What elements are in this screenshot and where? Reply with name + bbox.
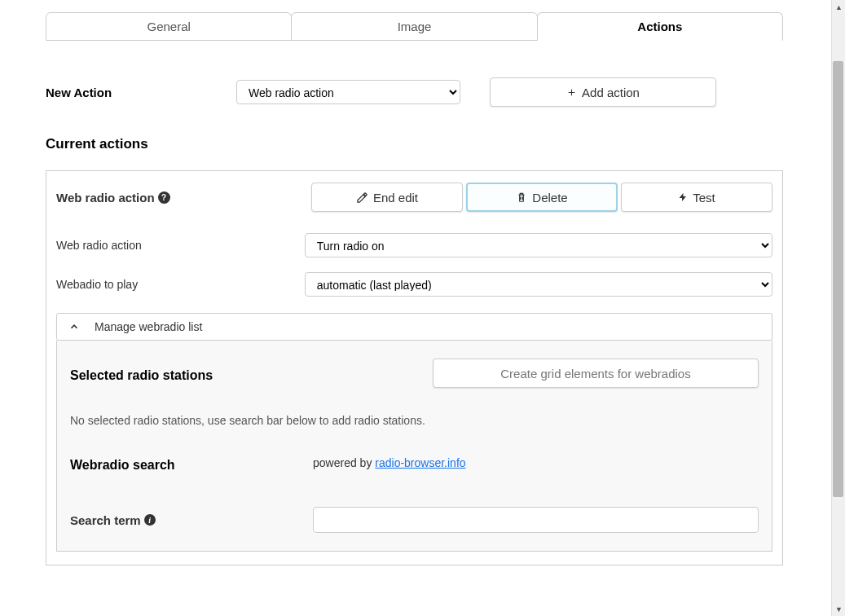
delete-button[interactable]: Delete [466,183,618,212]
current-actions-heading: Current actions [46,136,783,152]
add-action-button[interactable]: Add action [490,77,716,107]
end-edit-button[interactable]: End edit [311,183,463,212]
tab-image[interactable]: Image [291,12,537,41]
scroll-up-arrow[interactable]: ▲ [832,0,845,14]
add-action-button-label: Add action [582,86,640,99]
search-term-label: Search term i [70,513,313,527]
tabs-container: General Image Actions [46,12,783,41]
action-panel: Web radio action ? End edit Delete Test [46,170,783,565]
radio-browser-link[interactable]: radio-browser.info [375,456,465,469]
scroll-thumb[interactable] [833,61,843,497]
test-button[interactable]: Test [621,183,772,212]
tab-general[interactable]: General [46,12,292,41]
chevron-up-icon [68,321,80,332]
webradio-select[interactable]: automatic (last played) [305,272,772,297]
trash-icon [516,191,527,203]
new-action-select[interactable]: Web radio action [236,80,460,104]
edit-icon [356,191,368,204]
manage-webradio-body: Selected radio stations Create grid elem… [56,341,772,552]
bolt-icon [678,191,688,203]
no-stations-message: No selected radio stations, use search b… [70,414,759,427]
help-icon[interactable]: ? [158,191,170,204]
scroll-down-arrow[interactable]: ▼ [832,602,845,616]
webradio-field-label: Webadio to play [56,278,305,291]
webradio-search-heading: Webradio search [70,453,313,473]
create-grid-button[interactable]: Create grid elements for webradios [433,359,759,388]
action-panel-title: Web radio action ? [56,191,170,205]
new-action-label: New Action [46,86,236,99]
search-term-input[interactable] [313,507,759,533]
radio-action-field-label: Web radio action [56,239,305,252]
tab-actions[interactable]: Actions [537,12,783,41]
radio-action-select[interactable]: Turn radio on [305,233,772,257]
selected-stations-heading: Selected radio stations [70,363,433,383]
powered-by-text: powered by radio-browser.info [313,456,466,469]
plus-icon [566,87,577,98]
info-icon[interactable]: i [144,514,156,526]
manage-webradio-toggle[interactable]: Manage webradio list [56,313,772,341]
scrollbar[interactable]: ▲ ▼ [831,0,845,616]
